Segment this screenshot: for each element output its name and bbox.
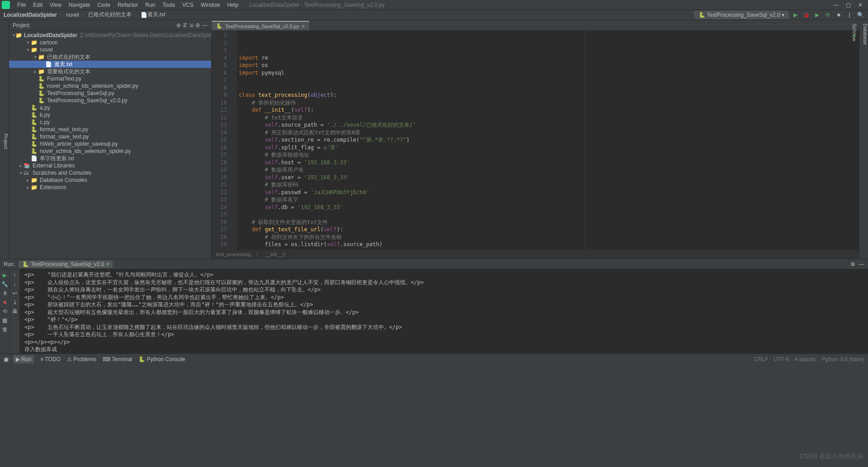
menu-vcs[interactable]: VCS	[179, 1, 197, 9]
breadcrumb[interactable]: 已格式化好的文本	[88, 11, 132, 19]
expand-all-icon[interactable]: ⇵	[183, 22, 187, 29]
print-icon[interactable]: 🖶	[12, 308, 18, 315]
status-info[interactable]: CRLF	[754, 356, 768, 362]
tree-item[interactable]: 🐍format_read_text.py	[9, 126, 211, 133]
menu-navigate[interactable]: Navigate	[65, 1, 94, 9]
menu-code[interactable]: Code	[94, 1, 114, 9]
status-tab-run[interactable]: ▶ Run	[13, 355, 34, 363]
tree-item[interactable]: ▸📚External Libraries	[9, 162, 211, 169]
tree-item[interactable]: ▾📁novel	[9, 46, 211, 53]
app-logo	[2, 1, 10, 9]
tree-item[interactable]: 🐍FormatText.py	[9, 75, 211, 82]
collapse-all-icon[interactable]: ⇲	[189, 22, 193, 29]
inspection-ok-icon[interactable]: ✔	[852, 33, 856, 39]
scroll-end-icon[interactable]: ⤓	[13, 299, 17, 305]
code-editor[interactable]: import reimport osimport pymysqlclass te…	[237, 31, 859, 250]
search-everywhere-button[interactable]: 🔍	[856, 11, 864, 19]
down-icon[interactable]: ↓	[14, 281, 16, 287]
status-tab-todo[interactable]: ≡ TODO	[40, 355, 61, 363]
maximize-button[interactable]: ▢	[846, 2, 851, 8]
status-info[interactable]: Python 3.8 (base)	[821, 356, 864, 362]
stop-button[interactable]: ■	[3, 299, 6, 305]
tree-item[interactable]: ▾📁cartoon	[9, 39, 211, 46]
tree-item[interactable]: 🐍a.py	[9, 104, 211, 111]
breadcrumb-project[interactable]: LocalizedDataSpider	[4, 12, 57, 18]
project-tree[interactable]: ▾📁 LocalizedDataSpider Z:\AllDome\PyChar…	[9, 31, 211, 259]
rerun-button[interactable]: ▶	[3, 272, 7, 278]
run-tab[interactable]: 🐍 TextProcessing_SaveSql_v2.0 ×	[19, 261, 113, 268]
debug-button[interactable]: 🐞	[802, 11, 810, 19]
soft-wrap-icon[interactable]: ↩	[13, 290, 17, 296]
status-tab-python console[interactable]: 🐍 Python Console	[138, 355, 185, 363]
status-tab-terminal[interactable]: ⌨ Terminal	[103, 355, 132, 363]
breadcrumb[interactable]: novel	[66, 12, 79, 18]
run-tool-window: Run: 🐍 TextProcessing_SaveSql_v2.0 × ⚙ —…	[0, 259, 868, 353]
status-bar: ▣ ▶ Run≡ TODO⚠ Problems⌨ Terminal🐍 Pytho…	[0, 353, 868, 364]
right-margin-guide	[585, 31, 585, 250]
run-toolbar-secondary: ↑ ↓ ↩ ⤓ 🖶	[10, 269, 20, 353]
run-config-selector[interactable]: 🐍 TextProcessing_SaveSql_v2.0 ▾	[694, 11, 788, 19]
editor-tab[interactable]: 🐍 TextProcessing_SaveSql_v2.0.py ×	[212, 21, 309, 30]
tree-item[interactable]: ▸📁Database Consoles	[9, 176, 211, 184]
status-info[interactable]: UTF-8	[774, 356, 789, 362]
left-tool-stripe[interactable]: Project	[0, 20, 9, 259]
tool-window-button[interactable]: ▣	[4, 356, 9, 362]
up-icon[interactable]: ↑	[14, 272, 16, 278]
fold-gutter[interactable]	[231, 31, 237, 250]
tree-item[interactable]: 📄单字段更新.txt	[9, 155, 211, 162]
tree-item[interactable]: 🐍novel_xchina_lds_selenium_spider.py	[9, 148, 211, 155]
breadcrumb-file[interactable]: 遮天.txt	[147, 11, 165, 19]
tree-item[interactable]: ▸📁Extensions	[9, 184, 211, 191]
tree-item[interactable]: 🐍novel_xchina_lds_selenium_spider.py	[9, 82, 211, 90]
menu-window[interactable]: Window	[197, 1, 224, 9]
hide-icon[interactable]: —	[202, 22, 208, 29]
tree-item[interactable]: 🐍b.py	[9, 111, 211, 119]
menu-refactor[interactable]: Refactor	[114, 1, 142, 9]
close-icon[interactable]: ×	[106, 261, 109, 267]
settings-icon[interactable]: ⚙	[850, 261, 855, 267]
close-button[interactable]: ✕	[858, 2, 863, 8]
run-toolbar-primary: ▶ 🔧 ⏸ ■ ⟲ ▦ 🗑	[0, 269, 10, 353]
tree-item[interactable]: 🐍format_save_text.py	[9, 133, 211, 140]
tree-item[interactable]: 📄遮天.txt	[9, 61, 211, 68]
menu-help[interactable]: Help	[224, 1, 242, 9]
trash-icon[interactable]: 🗑	[2, 326, 8, 333]
line-gutter[interactable]: 1234567891011121314151617181920212223242…	[212, 31, 231, 250]
right-tool-stripe[interactable]: Database SciView	[859, 20, 868, 259]
filter-icon[interactable]: ⏸	[2, 290, 8, 296]
tree-item[interactable]: ▸📁需要格式化的文本	[9, 68, 211, 75]
tools-icon[interactable]: 🔧	[1, 281, 8, 287]
layout-icon[interactable]: ▦	[2, 317, 7, 324]
console-output[interactable]: <p> "我们还是赶紧离开这里吧。"叶凡与周毅同时出言，催促众人。</p><p>…	[20, 269, 868, 353]
hide-icon[interactable]: —	[859, 261, 864, 267]
close-tab-icon[interactable]: ×	[302, 24, 304, 29]
stop-button[interactable]: ■	[835, 11, 843, 19]
tree-root[interactable]: ▾📁 LocalizedDataSpider Z:\AllDome\PyChar…	[9, 32, 211, 39]
menu-tools[interactable]: Tools	[159, 1, 179, 9]
restart-icon[interactable]: ⟲	[3, 308, 7, 315]
tree-item[interactable]: 🐍c.py	[9, 119, 211, 126]
menu-run[interactable]: Run	[142, 1, 159, 9]
file-icon: 📄	[141, 12, 147, 18]
menu-view[interactable]: View	[46, 1, 65, 9]
minimize-button[interactable]: —	[833, 2, 839, 8]
status-tab-problems[interactable]: ⚠ Problems	[67, 355, 96, 363]
status-info[interactable]: 4 spaces	[794, 356, 816, 362]
tree-item[interactable]: ▾🗂Scratches and Consoles	[9, 169, 211, 176]
profile-button[interactable]: ⟳	[824, 11, 832, 19]
coverage-button[interactable]: ▶	[813, 11, 821, 19]
tree-item[interactable]: 🐍TextProcessing_SaveSql_v2.0.py	[9, 97, 211, 104]
select-opened-icon[interactable]: ⊕	[176, 22, 181, 29]
run-button[interactable]: ▶	[791, 11, 799, 19]
settings-icon[interactable]: ⚙	[195, 22, 200, 29]
menu-edit[interactable]: Edit	[29, 1, 46, 9]
project-panel: Project ⊕ ⇵ ⇲ ⚙ — ▾📁 LocalizedDataSpider…	[9, 20, 212, 259]
editor-area: 🐍 TextProcessing_SaveSql_v2.0.py × 12345…	[212, 20, 859, 259]
tree-item[interactable]: 🐍TextProcessing_SaveSql.py	[9, 90, 211, 97]
menu-file[interactable]: File	[14, 1, 29, 9]
editor-breadcrumbs[interactable]: text_processing〉__init__()	[212, 250, 859, 259]
window-title: LocalizedDataSpider - TextProcessing_Sav…	[249, 2, 384, 8]
tree-item[interactable]: ▾📁已格式化好的文本	[9, 53, 211, 61]
tree-item[interactable]: 🐍hWeb_article_spider_savesql.py	[9, 140, 211, 148]
project-title[interactable]: Project	[13, 22, 29, 29]
